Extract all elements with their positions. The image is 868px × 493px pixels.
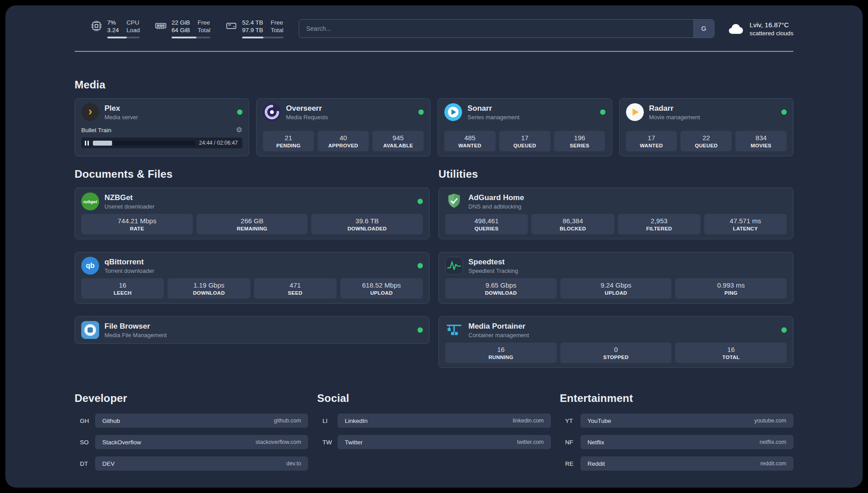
app-card-speedtest[interactable]: Speedtest Speedtest Tracking 9.65 Gbps D… — [438, 252, 793, 304]
app-card-filebrowser[interactable]: File Browser Media File Management — [75, 316, 430, 344]
bookmark-abbr: GH — [75, 418, 95, 424]
status-dot — [600, 109, 605, 115]
app-name: Sonarr — [467, 104, 519, 113]
topbar-divider — [75, 51, 793, 52]
seek-fill — [93, 141, 112, 146]
app-desc: DNS and adblocking — [468, 203, 524, 210]
disk-labels: Free Total — [271, 19, 284, 34]
radarr-icon — [626, 103, 644, 121]
stat-tile: 1.19 Gbps DOWNLOAD — [167, 278, 250, 299]
ram-labels: Free Total — [198, 19, 211, 34]
seek-track[interactable] — [93, 141, 195, 146]
app-desc: Media File Management — [104, 332, 167, 338]
app-desc: Media Requests — [286, 114, 328, 121]
bookmark-twitter[interactable]: Twitter twitter.com — [338, 435, 551, 449]
pause-icon[interactable] — [85, 141, 89, 146]
status-dot — [781, 109, 787, 115]
disk-stat: 52.4 TB 97.9 TB Free Total — [225, 19, 284, 38]
stat-tile: 196 SERIES — [554, 131, 605, 151]
app-desc: Usenet downloader — [104, 203, 154, 210]
app-card-qbittorrent[interactable]: qb qBittorrent Torrent downloader 16 LEE… — [75, 252, 430, 304]
now-playing-title: Bullet Train — [81, 127, 112, 134]
stat-tile: 834 MOVIES — [735, 131, 787, 151]
bookmark-abbr: NF — [560, 439, 580, 446]
stat-tile: 498,461 QUERIES — [445, 214, 528, 234]
app-desc: Movie management — [649, 114, 700, 121]
app-card-nzbget[interactable]: nzbget NZBGet Usenet downloader 744.21 M… — [75, 188, 430, 239]
app-card-radarr[interactable]: Radarr Movie management 17 WANTED 22 QUE… — [619, 98, 794, 156]
bookmark-abbr: YT — [560, 418, 580, 424]
search-input[interactable] — [299, 20, 693, 38]
status-dot — [417, 263, 423, 268]
cloud-icon — [727, 22, 744, 35]
dashboard-page: 7% 3.24 CPU Load — [5, 5, 863, 488]
bookmark-row: NF Netflix netflix.com — [560, 435, 793, 449]
search-engine-button[interactable]: G — [693, 20, 714, 38]
stat-tile: 618.52 Mbps UPLOAD — [340, 278, 423, 299]
bookmark-github[interactable]: Github github.com — [95, 414, 308, 428]
bookmark-netflix[interactable]: Netflix netflix.com — [580, 435, 793, 449]
app-name: NZBGet — [104, 193, 154, 202]
section-utilities: Utilities AdGuard Home DNS and adblockin… — [438, 168, 793, 368]
stat-tile: 22 QUEUED — [680, 131, 732, 151]
app-name: Media Portainer — [468, 322, 529, 331]
bookmark-reddit[interactable]: Reddit reddit.com — [580, 456, 793, 471]
bookmark-row: GH Github github.com — [75, 414, 308, 428]
bookmark-dev[interactable]: DEV dev.to — [95, 456, 308, 471]
section-documents: Documents & Files nzbget NZBGet Usenet d… — [75, 168, 430, 368]
stat-tile: 16 LEECH — [81, 278, 164, 299]
bookmark-linkedin[interactable]: LinkedIn linkedin.com — [338, 414, 551, 428]
stat-tile: 744.21 Mbps RATE — [81, 214, 193, 234]
overseerr-icon — [263, 103, 281, 121]
bookmark-abbr: LI — [317, 418, 338, 424]
ram-usage-bar — [171, 37, 210, 38]
app-name: Plex — [104, 104, 138, 113]
gear-icon[interactable]: ⚙ — [236, 126, 242, 134]
stat-tile: 485 WANTED — [444, 131, 496, 151]
section-developer: Developer GH Github github.com SO StackO… — [75, 392, 308, 478]
status-dot — [417, 327, 423, 333]
cpu-usage-bar — [107, 37, 140, 38]
bookmark-youtube[interactable]: YouTube youtube.com — [580, 414, 793, 428]
social-heading: Social — [317, 392, 551, 405]
section-entertainment: Entertainment YT YouTube youtube.com NF … — [560, 392, 793, 478]
bookmark-row: SO StackOverflow stackoverflow.com — [75, 435, 308, 449]
weather-widget: Lviv, 16.87°C scattered clouds — [727, 21, 793, 37]
app-name: AdGuard Home — [468, 193, 524, 202]
cpu-values: 7% 3.24 — [107, 19, 119, 34]
cpu-stat: 7% 3.24 CPU Load — [91, 19, 140, 38]
status-dot — [781, 327, 787, 333]
ram-free: 22 GiB — [171, 19, 190, 26]
bookmark-stackoverflow[interactable]: StackOverflow stackoverflow.com — [95, 435, 308, 449]
stat-tile: 9.24 Gbps UPLOAD — [560, 278, 672, 299]
utilities-heading: Utilities — [438, 168, 793, 180]
ram-icon — [155, 20, 167, 32]
nzbget-icon: nzbget — [81, 192, 99, 210]
app-name: File Browser — [104, 322, 167, 331]
top-bar: 7% 3.24 CPU Load — [75, 19, 793, 38]
stat-tile: 17 WANTED — [626, 131, 677, 151]
stat-tile: 40 APPROVED — [317, 131, 369, 151]
search-bar: G — [299, 19, 714, 38]
disk-values: 52.4 TB 97.9 TB — [242, 19, 263, 34]
qbittorrent-icon: qb — [81, 257, 99, 275]
speedtest-icon — [445, 257, 463, 275]
app-card-overseerr[interactable]: Overseerr Media Requests 21 PENDING 40 A… — [256, 98, 431, 156]
stat-tile: 945 AVAILABLE — [372, 131, 424, 151]
filebrowser-icon — [81, 321, 99, 339]
bookmark-row: TW Twitter twitter.com — [317, 435, 551, 449]
ram-total: 64 GiB — [171, 26, 190, 34]
app-desc: Series management — [467, 114, 519, 121]
stat-tile: 17 QUEUED — [499, 131, 551, 151]
stat-tile: 16 RUNNING — [445, 343, 557, 363]
weather-location: Lviv, 16.87°C — [750, 21, 793, 29]
disk-usage-bar — [242, 37, 284, 38]
media-heading: Media — [75, 79, 793, 91]
app-desc: Media server — [104, 114, 138, 121]
developer-heading: Developer — [75, 392, 308, 405]
app-card-sonarr[interactable]: Sonarr Series management 485 WANTED 17 Q… — [438, 98, 612, 156]
app-card-adguard[interactable]: AdGuard Home DNS and adblocking 498,461 … — [438, 188, 793, 239]
app-card-plex[interactable]: › Plex Media server Bullet Train ⚙ 24:44… — [75, 98, 249, 156]
disk-total: 97.9 TB — [242, 26, 263, 34]
app-card-portainer[interactable]: Media Portainer Container management 16 … — [438, 316, 793, 368]
